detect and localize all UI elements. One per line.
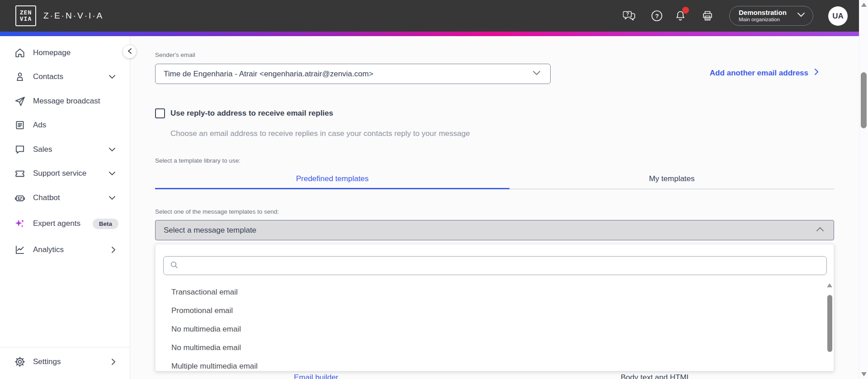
logo-line-top: ZEN: [20, 9, 32, 16]
chevron-up-icon: [815, 226, 826, 235]
dropdown-scrollbar-thumb[interactable]: [827, 295, 832, 352]
sidebar-item-message-broadcast[interactable]: Message broadcast: [0, 91, 130, 112]
sidebar-item-analytics[interactable]: Analytics: [0, 239, 130, 260]
chevron-right-icon: [110, 357, 117, 366]
body-text-html-option[interactable]: Body text and HTML: [621, 373, 691, 379]
page-scrollbar[interactable]: [859, 0, 868, 379]
sidebar-item-label: Ads: [33, 121, 46, 130]
user-avatar[interactable]: UA: [828, 6, 848, 26]
chevron-right-icon: [110, 245, 117, 254]
chevron-down-icon: [108, 170, 117, 177]
template-search-box[interactable]: [163, 256, 827, 275]
ads-icon: [14, 119, 26, 131]
sidebar-item-chatbot[interactable]: Chatbot: [0, 187, 130, 208]
chevron-down-icon: [531, 70, 542, 79]
template-dropdown-panel: Transactional email Promotional email No…: [155, 244, 834, 371]
chevron-down-icon: [796, 11, 807, 20]
svg-text:?: ?: [655, 13, 659, 19]
chart-icon: [14, 244, 26, 256]
chevron-down-icon: [108, 74, 117, 80]
search-icon: [170, 261, 179, 271]
organization-info: Demonstration Main organization: [739, 9, 796, 23]
template-option[interactable]: Multiple multimedia email: [156, 357, 816, 375]
chat-bubble-icon: [14, 144, 26, 156]
sidebar-item-label: Analytics: [33, 245, 64, 254]
reply-to-label: Use reply-to address to receive email re…: [170, 108, 333, 118]
template-library-label: Select a template library to use:: [155, 157, 241, 164]
robot-icon: [14, 192, 26, 204]
chat-question-icon[interactable]: ?: [623, 9, 637, 23]
add-another-email-label: Add another email address: [710, 69, 808, 78]
zenvia-logo-icon[interactable]: ZEN VIA: [15, 5, 36, 26]
sidebar-item-label: Contacts: [33, 72, 63, 81]
template-option[interactable]: Promotional email: [156, 302, 816, 320]
sidebar-item-ads[interactable]: Ads: [0, 115, 130, 136]
template-search-input[interactable]: [183, 262, 820, 270]
chevron-down-icon: [108, 146, 117, 153]
home-icon: [14, 47, 26, 59]
reply-to-checkbox-row[interactable]: Use reply-to address to receive email re…: [155, 108, 333, 118]
dropdown-scrollbar[interactable]: [827, 285, 833, 371]
sidebar-item-contacts[interactable]: Contacts: [0, 66, 130, 87]
logo-line-bottom: VIA: [20, 16, 32, 22]
chevron-left-icon: [127, 47, 133, 56]
help-icon[interactable]: ?: [650, 9, 664, 23]
sidebar-nav: Homepage Contacts Message broadcast Ads: [0, 36, 130, 379]
sidebar-item-label: Sales: [33, 145, 52, 154]
sidebar-item-label: Support service: [33, 169, 86, 178]
sidebar-item-label: Message broadcast: [33, 97, 100, 106]
sidebar-item-label: Chatbot: [33, 193, 60, 202]
zenvia-app: ZEN VIA Z·E·N·V·I·A ? ?: [0, 0, 868, 379]
scroll-up-arrow-icon[interactable]: [861, 3, 867, 7]
tab-predefined-templates[interactable]: Predefined templates: [155, 170, 509, 188]
reply-to-helper-text: Choose an email address to receive repli…: [170, 129, 470, 138]
template-library-tabs: Predefined templates My templates: [155, 170, 834, 190]
chevron-down-icon: [108, 195, 117, 201]
template-option[interactable]: No multimedia email: [156, 320, 816, 338]
template-select-label: Select one of the message templates to s…: [155, 208, 279, 215]
sidebar-item-label: Expert agents: [33, 219, 80, 228]
chevron-right-icon: [814, 68, 819, 78]
sidebar-item-label: Settings: [33, 357, 61, 366]
template-option[interactable]: Transactional email: [156, 283, 816, 301]
scroll-down-arrow-icon[interactable]: [861, 372, 867, 376]
sender-email-value: Time de Engenharia - Atrair <engenharia.…: [164, 70, 531, 79]
active-tab-indicator: [155, 188, 509, 189]
organization-switcher[interactable]: Demonstration Main organization: [729, 6, 813, 26]
tab-my-templates[interactable]: My templates: [509, 170, 834, 188]
add-another-email-link[interactable]: Add another email address: [710, 68, 819, 78]
ticket-icon: [14, 168, 26, 180]
email-builder-link[interactable]: Email builder: [294, 373, 338, 379]
sparkles-icon: [14, 218, 26, 230]
main-content: Sender's email Time de Engenharia - Atra…: [131, 36, 859, 379]
gear-icon: [14, 356, 26, 368]
top-bar: ZEN VIA Z·E·N·V·I·A ? ?: [0, 0, 868, 32]
sidebar-item-settings[interactable]: Settings: [0, 351, 130, 372]
notification-badge: [682, 7, 689, 14]
reply-to-checkbox[interactable]: [155, 108, 165, 118]
sidebar-item-label: Homepage: [33, 48, 71, 57]
notifications-bell-icon[interactable]: [674, 9, 687, 23]
print-icon[interactable]: [701, 9, 714, 23]
user-icon: [14, 71, 26, 83]
sidebar-item-homepage[interactable]: Homepage: [0, 42, 130, 63]
send-icon: [14, 95, 26, 108]
sidebar-divider: [0, 347, 130, 347]
page-scrollbar-thumb[interactable]: [861, 72, 867, 128]
organization-name: Demonstration: [739, 9, 796, 17]
sidebar-collapse-button[interactable]: [123, 45, 136, 58]
sender-email-label: Sender's email: [155, 51, 195, 58]
brand-gradient-bar: [0, 32, 868, 36]
organization-subtitle: Main organization: [739, 17, 796, 23]
template-select-trigger[interactable]: Select a message template: [155, 220, 834, 240]
sidebar-item-sales[interactable]: Sales: [0, 139, 130, 160]
template-select-placeholder: Select a message template: [164, 226, 815, 235]
beta-badge: Beta: [93, 219, 118, 229]
brand-wordmark: Z·E·N·V·I·A: [43, 0, 104, 32]
svg-text:?: ?: [626, 12, 629, 17]
scroll-up-arrow-icon[interactable]: [827, 283, 832, 287]
sidebar-item-expert-agents[interactable]: Expert agents Beta: [0, 213, 130, 234]
template-option[interactable]: No multimedia email: [156, 339, 816, 357]
sender-email-select[interactable]: Time de Engenharia - Atrair <engenharia.…: [155, 64, 551, 84]
sidebar-item-support-service[interactable]: Support service: [0, 163, 130, 184]
